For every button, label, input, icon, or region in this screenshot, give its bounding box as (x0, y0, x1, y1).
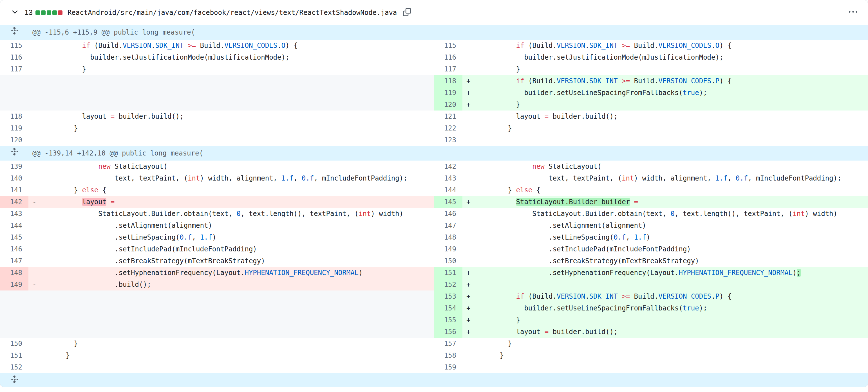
line-number[interactable]: 144 (0, 220, 28, 231)
line-number[interactable]: 117 (0, 63, 28, 75)
code-line (28, 87, 434, 99)
diff-marker (28, 87, 41, 99)
line-number[interactable]: 115 (0, 40, 28, 52)
line-number[interactable]: 148 (0, 267, 28, 279)
line-number[interactable]: 143 (0, 208, 28, 220)
line-number[interactable]: 150 (434, 255, 462, 267)
line-number[interactable]: 116 (434, 52, 462, 63)
code-text: .setBreakStrategy(mTextBreakStrategy) (41, 255, 265, 267)
diff-row: 118 layout = builder.build();121 layout … (0, 110, 868, 122)
line-number[interactable]: 118 (0, 110, 28, 122)
code-line: } (28, 122, 434, 134)
diff-right-side: 123 (434, 134, 868, 146)
line-number[interactable]: 150 (0, 338, 28, 350)
line-number[interactable]: 123 (434, 134, 462, 146)
line-number[interactable]: 117 (434, 63, 462, 75)
code-text: if (Build.VERSION.SDK_INT >= Build.VERSI… (41, 40, 298, 52)
code-text: .build(); (41, 279, 151, 291)
line-number[interactable]: 118 (434, 75, 462, 87)
line-number[interactable]: 151 (0, 350, 28, 361)
diff-marker (462, 184, 475, 196)
code-line: + (462, 279, 868, 291)
diff-marker (462, 231, 475, 243)
diff-marker (28, 350, 41, 361)
diff-left-side (0, 326, 434, 338)
line-number[interactable]: 154 (434, 302, 462, 314)
line-number[interactable]: 120 (0, 134, 28, 146)
line-number[interactable]: 145 (434, 196, 462, 208)
diff-left-side: 149- .build(); (0, 279, 434, 291)
line-number[interactable]: 146 (434, 208, 462, 220)
line-number[interactable]: 119 (0, 122, 28, 134)
line-number[interactable]: 159 (434, 361, 462, 373)
diff-marker (28, 134, 41, 146)
line-number[interactable]: 157 (434, 338, 462, 350)
file-options-button[interactable] (847, 6, 859, 19)
code-line: + if (Build.VERSION.SDK_INT >= Build.VER… (462, 75, 868, 87)
diff-marker (462, 110, 475, 122)
line-number[interactable]: 143 (434, 172, 462, 184)
diff-right-side: 144 } else { (434, 184, 868, 196)
line-number[interactable]: 145 (0, 231, 28, 243)
code-text: layout = builder.build(); (475, 110, 618, 122)
code-line: StaticLayout.Builder.obtain(text, 0, tex… (28, 208, 434, 220)
diff-marker (462, 172, 475, 184)
diff-marker (28, 75, 41, 87)
diff-row: 120+ } (0, 99, 868, 110)
line-number[interactable]: 147 (434, 220, 462, 231)
line-number[interactable]: 151 (434, 267, 462, 279)
line-number[interactable]: 158 (434, 350, 462, 361)
line-number[interactable]: 149 (0, 279, 28, 291)
line-number[interactable]: 152 (0, 361, 28, 373)
line-number[interactable]: 146 (0, 243, 28, 255)
copy-path-button[interactable] (401, 6, 413, 19)
toggle-diff-button[interactable] (9, 6, 21, 19)
line-number[interactable]: 140 (0, 172, 28, 184)
line-number[interactable]: 142 (434, 161, 462, 172)
expand-down-button[interactable] (0, 372, 28, 387)
file-path-link[interactable]: ReactAndroid/src/main/java/com/facebook/… (67, 9, 397, 17)
diff-marker: - (28, 279, 41, 291)
expand-hunk-button[interactable] (0, 146, 28, 161)
code-line: + .setHyphenationFrequency(Layout.HYPHEN… (462, 267, 868, 279)
line-number[interactable]: 155 (434, 314, 462, 326)
line-number[interactable]: 121 (434, 110, 462, 122)
line-number[interactable]: 156 (434, 326, 462, 338)
diff-marker (28, 326, 41, 338)
line-number[interactable]: 153 (434, 291, 462, 302)
code-line (28, 291, 434, 302)
line-number[interactable]: 139 (0, 161, 28, 172)
line-number[interactable]: 147 (0, 255, 28, 267)
diff-left-side: 141 } else { (0, 184, 434, 196)
unfold-icon (10, 148, 19, 159)
diff-left-side: 148- .setHyphenationFrequency(Layout.HYP… (0, 267, 434, 279)
code-text: text, textPaint, (int) width, alignment,… (475, 172, 841, 184)
line-number[interactable]: 122 (434, 122, 462, 134)
line-number[interactable]: 149 (434, 243, 462, 255)
code-text: new StaticLayout( (475, 161, 601, 172)
line-number[interactable]: 148 (434, 231, 462, 243)
diff-right-side: 154+ builder.setUseLineSpacingFromFallba… (434, 302, 868, 314)
line-number[interactable]: 120 (434, 99, 462, 110)
diff-row: 119+ builder.setUseLineSpacingFromFallba… (0, 87, 868, 99)
code-text: } (475, 63, 520, 75)
expand-hunk-button[interactable] (0, 25, 28, 40)
diff-marker: + (462, 99, 475, 110)
code-line (28, 314, 434, 326)
diff-right-side: 149 .setIncludePad(mIncludeFontPadding) (434, 243, 868, 255)
diff-marker: + (462, 279, 475, 291)
diff-right-side: 151+ .setHyphenationFrequency(Layout.HYP… (434, 267, 868, 279)
line-number[interactable]: 115 (434, 40, 462, 52)
diff-left-side: 119 } (0, 122, 434, 134)
line-number[interactable]: 152 (434, 279, 462, 291)
diff-marker (28, 63, 41, 75)
line-number[interactable]: 141 (0, 184, 28, 196)
line-number[interactable]: 144 (434, 184, 462, 196)
line-number[interactable]: 116 (0, 52, 28, 63)
chevron-down-icon (11, 8, 19, 17)
line-number[interactable]: 142 (0, 196, 28, 208)
diff-row: 140 text, textPaint, (int) width, alignm… (0, 172, 868, 184)
code-line (28, 326, 434, 338)
diff-row: 155+ } (0, 314, 868, 326)
line-number[interactable]: 119 (434, 87, 462, 99)
